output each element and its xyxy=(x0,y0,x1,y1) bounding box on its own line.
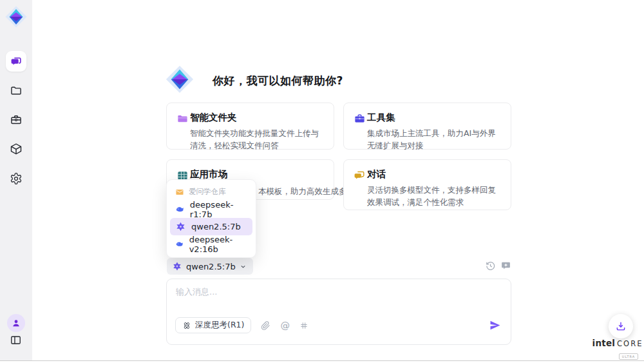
deep-think-atom-icon xyxy=(182,321,191,330)
history-icon[interactable] xyxy=(485,260,496,271)
qwen-icon xyxy=(172,261,182,271)
qwen-icon xyxy=(175,221,186,232)
deep-think-button[interactable]: 深度思考(R1) xyxy=(175,317,251,333)
dialogue-icon xyxy=(354,170,366,182)
card-title: 对话 xyxy=(367,168,386,181)
new-chat-icon[interactable] xyxy=(500,260,511,271)
model-repo-icon xyxy=(175,188,184,197)
download-icon xyxy=(615,320,627,332)
composer: 深度思考(R1) @ xyxy=(166,279,511,345)
prompt-grid-icon[interactable] xyxy=(299,320,308,331)
card-description: 智能文件夹功能支持批量文件上传与清洗，轻松实现文件问答 xyxy=(190,128,327,152)
model-option-deepseek-r1[interactable]: deepseek-r1:7b xyxy=(170,201,252,218)
card-dialogue[interactable]: 对话 灵活切换多模型文件，支持多样回复效果调试，满足个性化需求 xyxy=(343,159,511,210)
attach-file-icon[interactable] xyxy=(261,320,270,331)
assistant-logo-icon xyxy=(165,64,194,94)
composer-toolbar: 深度思考(R1) @ xyxy=(175,317,308,333)
card-smart-folder[interactable]: 智能文件夹 智能文件夹功能支持批量文件上传与清洗，轻松实现文件问答 xyxy=(166,103,334,150)
toolset-icon xyxy=(354,113,366,125)
sidebar-item-folders[interactable] xyxy=(10,84,23,97)
send-icon[interactable] xyxy=(489,319,501,331)
sidebar-item-models[interactable] xyxy=(10,142,23,155)
card-title: 工具集 xyxy=(367,112,395,124)
sidebar-item-settings[interactable] xyxy=(10,172,23,185)
card-description: 集成市场上主流工具，助力AI与外界无缝扩展与对接 xyxy=(367,128,504,152)
collapse-panel-icon[interactable] xyxy=(10,334,22,346)
model-option-qwen[interactable]: qwen2.5:7b xyxy=(170,218,252,235)
sidebar-item-toolbox[interactable] xyxy=(10,113,23,126)
model-group-header: 爱问学仓库 xyxy=(170,184,252,201)
intel-core-badge: intel core ULTRA xyxy=(594,338,641,360)
app-window: 你好，我可以如何帮助你? 智能文件夹 智能文件夹功能支持批量文件上传与清洗，轻松… xyxy=(0,0,644,363)
page-title: 你好，我可以如何帮助你? xyxy=(213,74,343,88)
download-button[interactable] xyxy=(609,314,633,338)
card-description: 灵活切换多模型文件，支持多样回复效果调试，满足个性化需求 xyxy=(367,184,504,209)
chevron-down-icon xyxy=(240,263,247,270)
window-bottom-edge xyxy=(0,360,644,361)
chat-icon xyxy=(10,55,23,68)
sidebar-item-chat[interactable] xyxy=(6,51,26,72)
model-dropdown: 爱问学仓库 deepseek-r1:7b qwen2.5:7b deepseek… xyxy=(166,179,256,258)
user-icon xyxy=(11,318,21,328)
card-toolset[interactable]: 工具集 集成市场上主流工具，助力AI与外界无缝扩展与对接 xyxy=(343,103,511,150)
card-title: 智能文件夹 xyxy=(190,112,237,124)
smart-folder-icon xyxy=(176,113,189,125)
message-input[interactable] xyxy=(176,286,485,311)
sidebar xyxy=(0,0,32,361)
selected-model-label: qwen2.5:7b xyxy=(186,262,236,271)
model-option-deepseek-v2[interactable]: deepseek-v2:16b xyxy=(170,235,252,253)
user-avatar[interactable] xyxy=(7,314,25,332)
deepseek-icon xyxy=(175,204,185,215)
deepseek-icon xyxy=(175,239,184,250)
intel-logo-text: intel xyxy=(592,338,615,348)
intel-ultra-badge: ULTRA xyxy=(619,353,639,360)
mention-icon[interactable]: @ xyxy=(280,320,290,331)
card-description-fragment: 本模板，助力高效生成多 xyxy=(258,186,347,197)
model-selector-button[interactable]: qwen2.5:7b xyxy=(167,258,253,275)
app-logo-icon xyxy=(5,5,28,28)
